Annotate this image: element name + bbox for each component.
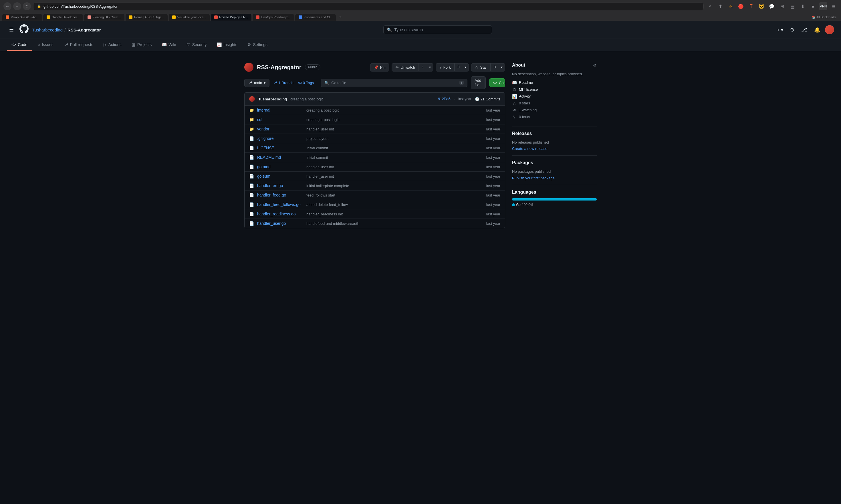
nav-insights[interactable]: 📈 Insights <box>212 39 242 51</box>
watch-button[interactable]: 👁 Unwatch <box>392 64 419 71</box>
add-file-button[interactable]: Add file <box>471 77 485 89</box>
tab-floating[interactable]: Floating UI - Creat... <box>84 14 124 21</box>
file-row-sql[interactable]: 📁 sql creating a post logic last year <box>245 115 505 124</box>
cat-extension-button[interactable]: 🐱 <box>757 2 766 10</box>
fork-dropdown-arrow[interactable]: ▾ <box>462 64 468 71</box>
sidebar-activity-item[interactable]: 📊 Activity <box>512 94 597 99</box>
file-name-license[interactable]: LICENSE <box>257 146 303 150</box>
refresh-button[interactable]: ↻ <box>23 2 31 10</box>
tab-kubernetes[interactable]: Kubernetes and Cl... <box>295 14 336 21</box>
nav-security[interactable]: 🛡 Security <box>182 39 211 51</box>
file-row-handler-err[interactable]: 📄 handler_err.go initial boilerplate com… <box>245 181 505 191</box>
more-tabs[interactable]: » <box>337 14 343 20</box>
share-button[interactable]: ⬆ <box>716 2 724 10</box>
file-name-handler-feed-follows[interactable]: handler_feed_follows.go <box>257 202 303 207</box>
nav-pull-requests[interactable]: ⎇ Pull requests <box>59 39 98 51</box>
bookmark-button[interactable]: ⌖ <box>706 2 714 10</box>
sidebar-btn[interactable]: ▤ <box>788 2 797 10</box>
sidebar-stars-item[interactable]: ☆ 0 stars <box>512 101 597 106</box>
warning-button[interactable]: ⚠ <box>727 2 735 10</box>
sidebar-license-item[interactable]: ⚖ MIT license <box>512 87 597 92</box>
star-ext-button[interactable]: ★ <box>809 2 817 10</box>
file-row-gitignore[interactable]: 📄 .gitignore project layout last year <box>245 134 505 143</box>
sidebar-settings-icon[interactable]: ⚙ <box>593 63 597 68</box>
star-dropdown-arrow[interactable]: ▾ <box>499 64 505 71</box>
sidebar-watching-item[interactable]: 👁 1 watching <box>512 108 597 112</box>
file-row-handler-feed-follows[interactable]: 📄 handler_feed_follows.go added delete f… <box>245 200 505 210</box>
profile-button[interactable]: T <box>747 2 755 10</box>
readme-link[interactable]: Readme <box>519 80 533 85</box>
breadcrumb-repo[interactable]: RSS-Aggregator <box>68 28 101 32</box>
extension-button[interactable]: 🔴 <box>737 2 745 10</box>
branches-link[interactable]: ⎇ 1 Branch <box>273 81 293 85</box>
commit-hash[interactable]: 912f3b5 <box>438 97 450 101</box>
tab-deploy[interactable]: How to Deploy a R... <box>211 14 252 21</box>
file-name-sql[interactable]: sql <box>257 117 303 122</box>
file-row-gosum[interactable]: 📄 go.sum handler_user init last year <box>245 172 505 181</box>
add-file-dropdown-arrow[interactable]: ▾ <box>485 77 486 89</box>
tags-link[interactable]: 🏷 0 Tags <box>298 81 314 85</box>
activity-link[interactable]: Activity <box>519 94 531 98</box>
tab-google[interactable]: Google Developer... <box>43 14 83 21</box>
user-avatar[interactable] <box>825 25 834 34</box>
go-language-item[interactable]: Go 100.0% <box>512 203 534 207</box>
tab-proxy[interactable]: Proxy Site #1 - Ac... <box>2 14 42 21</box>
breadcrumb-owner[interactable]: Tusharbecoding <box>32 28 62 32</box>
download-button[interactable]: ⬇ <box>799 2 807 10</box>
fork-button[interactable]: ⑂ Fork <box>436 64 454 71</box>
file-name-handler-feed[interactable]: handler_feed.go <box>257 193 303 197</box>
nav-settings[interactable]: ⚙ Settings <box>243 39 272 51</box>
forward-button[interactable]: → <box>13 2 21 10</box>
file-row-handler-feed[interactable]: 📄 handler_feed.go feed_follows start las… <box>245 191 505 200</box>
nav-projects[interactable]: ▦ Projects <box>127 39 157 51</box>
file-row-handler-readiness[interactable]: 📄 handler_readiness.go handler_readiness… <box>245 210 505 219</box>
hamburger-menu-button[interactable]: ☰ <box>7 25 16 34</box>
file-name-gomod[interactable]: go.mod <box>257 164 303 169</box>
file-row-internal[interactable]: 📁 internal creating a post logic last ye… <box>245 106 505 115</box>
menu-button[interactable]: ≡ <box>829 2 838 10</box>
pull-request-button[interactable]: ⎇ <box>799 25 809 34</box>
file-name-handler-err[interactable]: handler_err.go <box>257 183 303 188</box>
tab-devops[interactable]: DevOps Roadmap:... <box>253 14 294 21</box>
file-name-vendor[interactable]: vendor <box>257 127 303 131</box>
notifications-button[interactable]: 🔔 <box>812 25 823 34</box>
file-name-handler-readiness[interactable]: handler_readiness.go <box>257 212 303 216</box>
go-to-file-button[interactable]: 🔍 Go to file t <box>321 79 467 87</box>
nav-actions[interactable]: ▷ Actions <box>99 39 126 51</box>
file-row-readme[interactable]: 📄 README.md Initial commit last year <box>245 153 505 162</box>
file-name-gitignore[interactable]: .gitignore <box>257 136 303 141</box>
file-row-license[interactable]: 📄 LICENSE Initial commit last year <box>245 143 505 153</box>
sidebar-readme-item[interactable]: 📖 Readme <box>512 80 597 85</box>
discord-button[interactable]: 💬 <box>768 2 776 10</box>
tab-gsoc[interactable]: Home | GSoC Orga... <box>126 14 168 21</box>
github-logo[interactable] <box>19 24 29 35</box>
tab-visualize[interactable]: Visualize your loca... <box>169 14 210 21</box>
publish-package-link[interactable]: Publish your first package <box>512 176 555 180</box>
nav-wiki[interactable]: 📖 Wiki <box>157 39 180 51</box>
file-name-handler-user[interactable]: handler_user.go <box>257 221 303 226</box>
search-box[interactable]: 🔍 Type / to search <box>383 25 492 34</box>
back-button[interactable]: ← <box>3 2 12 10</box>
file-name-gosum[interactable]: go.sum <box>257 174 303 179</box>
create-release-link[interactable]: Create a new release <box>512 146 548 151</box>
file-name-internal[interactable]: internal <box>257 108 303 112</box>
branch-selector[interactable]: ⎇ main ▾ <box>244 79 269 87</box>
commit-count[interactable]: 🕐 21 Commits <box>475 97 500 101</box>
grid-button[interactable]: ⊞ <box>778 2 786 10</box>
browser-address-bar[interactable]: 🔒 github.com/Tusharbecoding/RSS-Aggregat… <box>33 3 704 10</box>
create-new-button[interactable]: + ▾ <box>775 26 786 34</box>
file-row-gomod[interactable]: 📄 go.mod handler_user init last year <box>245 162 505 172</box>
sidebar-forks-item[interactable]: ⑂ 0 forks <box>512 115 597 119</box>
vpn-button[interactable]: VPN <box>819 2 827 10</box>
file-name-readme[interactable]: README.md <box>257 155 303 160</box>
issue-tracker-button[interactable]: ⊙ <box>788 25 797 34</box>
watch-dropdown-arrow[interactable]: ▾ <box>427 64 433 71</box>
all-bookmarks[interactable]: 📚 All Bookmarks <box>809 14 839 20</box>
license-link[interactable]: MIT license <box>519 87 538 92</box>
star-button[interactable]: ☆ Star <box>471 64 490 71</box>
commit-author[interactable]: Tusharbecoding <box>258 97 287 101</box>
code-button[interactable]: <> Code <box>489 78 505 87</box>
file-row-vendor[interactable]: 📁 vendor handler_user init last year <box>245 124 505 134</box>
pin-button[interactable]: 📌 Pin <box>370 63 389 72</box>
nav-issues[interactable]: ○ Issues <box>33 39 58 51</box>
